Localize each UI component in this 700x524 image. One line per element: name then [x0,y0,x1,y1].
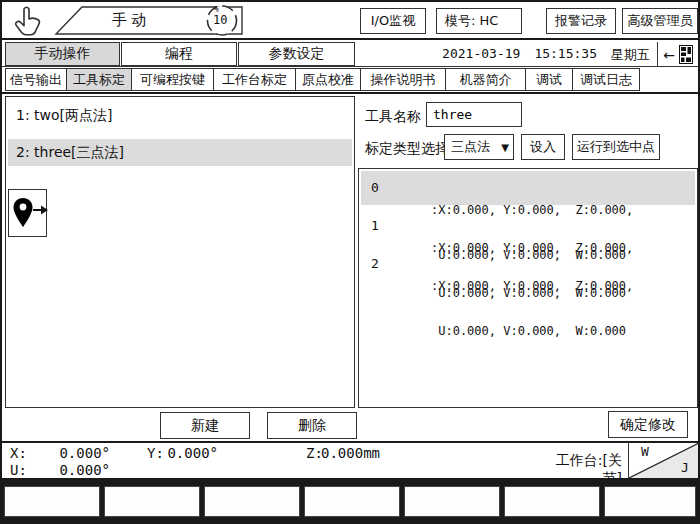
confirm-modify-button[interactable]: 确定修改 [608,411,688,438]
coord-mode-joint: J [681,460,689,475]
softkey-7[interactable] [604,486,696,517]
tool-list-item-1[interactable]: 1: two[两点法] [8,102,352,129]
subtab-signal-output[interactable]: 信号输出 [5,68,67,91]
keypad-icon [679,45,693,64]
hand-cursor-icon [10,5,46,38]
axis-x-label: X: [10,445,27,461]
axis-z-value: 0.000mm [316,445,380,461]
arrow-right-icon [33,204,49,216]
calibration-points-list: 0 :X:0.000, Y:0.000, Z:0.000, U:0.000, V… [358,168,698,408]
calibration-type-value: 三点法 [445,138,490,156]
top-bar: 手动 % 10 I/O监视 模号: HC 报警记录 高级管理员 [2,2,698,40]
calibration-type-select[interactable]: 三点法 ▼ [444,134,514,160]
subtab-debug-log[interactable]: 调试日志 [572,68,640,91]
point-row-2[interactable]: 2 :X:0.000, Y:0.000, Z:0.000, U:0.000, V… [361,247,695,281]
subtab-programmable-keys[interactable]: 可编程按键 [131,68,214,91]
tab-parameter-setting[interactable]: 参数设定 [238,42,355,66]
run-to-selected-point-button[interactable]: 运行到选中点 [572,134,660,160]
axis-y-value: 0.000° [160,445,218,461]
delete-button[interactable]: 删除 [267,412,357,439]
tool-name-label: 工具名称 [365,108,421,126]
point-index: 1 [371,218,379,233]
main-tab-row: 手动操作 编程 参数设定 2021-03-19 15:15:35 星期五 ← [2,42,698,67]
subtab-machine-intro[interactable]: 机器简介 [445,68,526,91]
softkey-4[interactable] [304,486,400,517]
subtab-operation-manual[interactable]: 操作说明书 [360,68,446,91]
point-coordinates: :X:0.000, Y:0.000, Z:0.000, U:0.000, V:0… [431,249,633,369]
axis-x-value: 0.000° [44,445,110,461]
coordinate-mode-indicator[interactable]: W J [628,443,698,478]
tab-programming[interactable]: 编程 [121,42,237,66]
coord-mode-world: W [641,444,649,459]
tool-list-item-2[interactable]: 2: three[三点法] [8,139,352,166]
axis-u-label: U: [10,462,27,478]
set-in-button[interactable]: 设入 [521,134,565,160]
softkey-5[interactable] [404,486,500,517]
point-row-1[interactable]: 1 :X:0.000, Y:0.000, Z:0.000, U:0.000, V… [361,209,695,243]
time-text: 15:15:35 [534,46,597,64]
mode-label: 手动 [112,11,150,30]
alarm-record-button[interactable]: 报警记录 [546,8,616,34]
machine-control-screen: 手动 % 10 I/O监视 模号: HC 报警记录 高级管理员 手动操作 编程 … [0,0,700,524]
model-number-button[interactable]: 模号: HC [436,8,522,34]
point-index: 0 [371,180,379,195]
axis-u-value: 0.000° [44,462,110,478]
tool-name-input[interactable] [426,102,522,127]
admin-level-button[interactable]: 高级管理员 [622,8,698,34]
jog-to-point-button[interactable] [8,189,47,237]
softkey-1[interactable] [4,486,100,517]
speed-value: 10 [213,13,227,27]
arrow-left-icon: ← [663,47,675,63]
softkey-3[interactable] [204,486,300,517]
tool-list-panel: 1: two[两点法] 2: three[三点法] [5,96,355,408]
keyboard-toggle-button[interactable]: ← [657,42,698,67]
chevron-down-icon: ▼ [501,142,513,153]
subtab-debug[interactable]: 调试 [525,68,573,91]
softkey-bar [2,480,698,522]
new-button[interactable]: 新建 [160,412,250,439]
status-bar: X: 0.000° Y: 0.000° Z: 0.000mm U: 0.000°… [2,441,698,480]
softkey-2[interactable] [104,486,200,517]
point-row-0[interactable]: 0 :X:0.000, Y:0.000, Z:0.000, U:0.000, V… [361,171,695,205]
date-text: 2021-03-19 [442,46,520,64]
weekday-text: 星期五 [611,46,650,64]
sub-tab-row: 信号输出 工具标定 可编程按键 工作台标定 原点校准 操作说明书 机器简介 调试… [2,68,698,94]
subtab-origin-calibration[interactable]: 原点校准 [295,68,361,91]
subtab-worktable-calibration[interactable]: 工作台标定 [213,68,296,91]
calibration-type-label: 标定类型选择 [365,140,449,158]
softkey-6[interactable] [504,486,600,517]
point-index: 2 [371,256,379,271]
subtab-tool-calibration[interactable]: 工具标定 [66,68,132,91]
datetime-display: 2021-03-19 15:15:35 星期五 [402,46,650,64]
location-pin-icon [12,197,34,229]
io-monitor-button[interactable]: I/O监视 [360,8,426,34]
tab-manual-operation[interactable]: 手动操作 [5,42,120,66]
